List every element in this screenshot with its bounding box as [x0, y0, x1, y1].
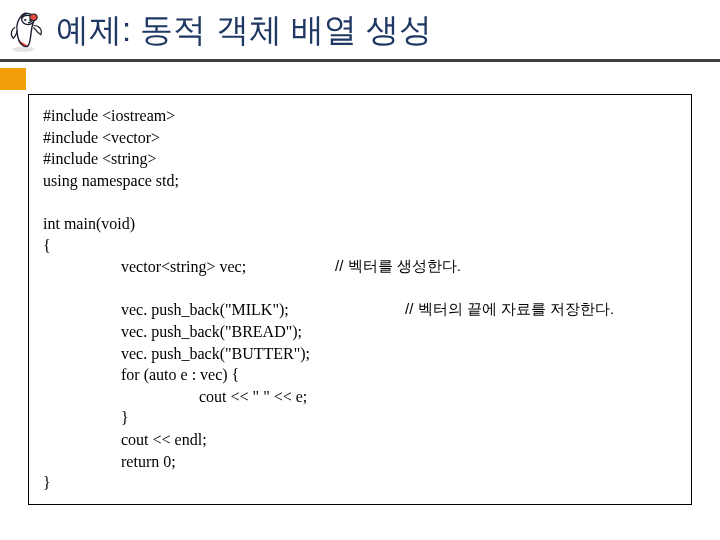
code-line: return 0; [43, 451, 677, 473]
code-blank [43, 278, 677, 300]
code-line: #include <string> [43, 148, 677, 170]
code-line: cout << " " << e; [43, 386, 677, 408]
code-comment: // 벡터를 생성한다. [335, 256, 461, 278]
code-example-box: #include <iostream> #include <vector> #i… [28, 94, 692, 505]
duke-logo-icon [6, 9, 50, 53]
code-line: } [43, 407, 677, 429]
code-blank [43, 191, 677, 213]
code-line: { [43, 235, 677, 257]
code-line: vec. push_back("BREAD"); [43, 321, 677, 343]
slide-title: 예제: 동적 객체 배열 생성 [56, 8, 432, 53]
code-line: #include <iostream> [43, 105, 677, 127]
accent-bar [0, 68, 26, 90]
code-text: vector<string> vec; [43, 256, 335, 278]
code-line: #include <vector> [43, 127, 677, 149]
code-line: vec. push_back("BUTTER"); [43, 343, 677, 365]
code-line: int main(void) [43, 213, 677, 235]
code-line: for (auto e : vec) { [43, 364, 677, 386]
slide-header: 예제: 동적 객체 배열 생성 [0, 0, 720, 55]
title-underline [0, 59, 720, 62]
code-line: vec. push_back("MILK"); // 벡터의 끝에 자료를 저장… [43, 299, 677, 321]
code-line: } [43, 472, 677, 494]
svg-point-3 [24, 18, 26, 20]
svg-point-4 [29, 18, 31, 20]
code-comment: // 벡터의 끝에 자료를 저장한다. [405, 299, 614, 321]
code-line: using namespace std; [43, 170, 677, 192]
svg-point-0 [12, 46, 34, 52]
code-text: vec. push_back("MILK"); [43, 299, 405, 321]
code-line: cout << endl; [43, 429, 677, 451]
code-line: vector<string> vec; // 벡터를 생성한다. [43, 256, 677, 278]
